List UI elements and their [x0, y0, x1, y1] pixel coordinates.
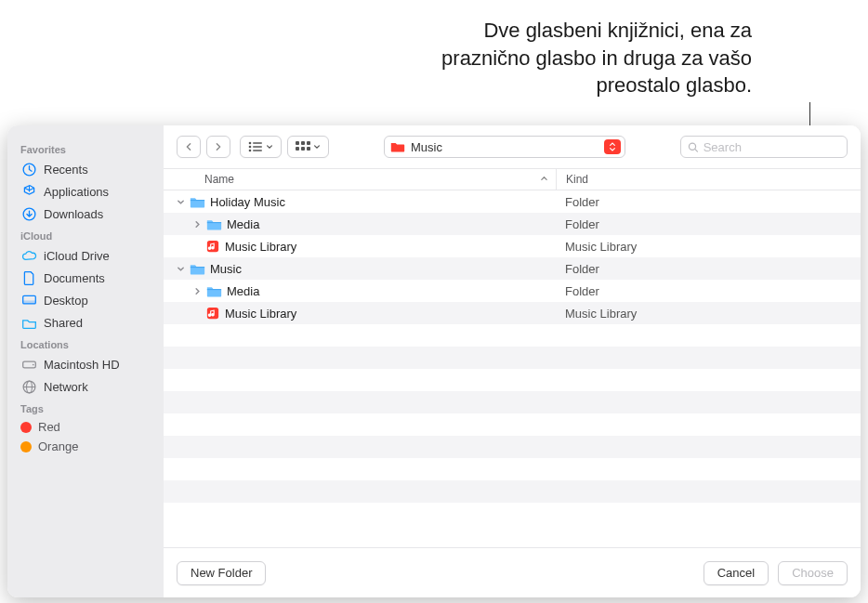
empty-row	[164, 480, 861, 503]
disclosure-triangle-icon[interactable]	[191, 287, 203, 295]
clock-icon	[20, 161, 37, 177]
folder-icon	[189, 194, 205, 209]
sidebar-item-label: Downloads	[44, 207, 103, 221]
file-kind-cell: Folder	[556, 217, 861, 231]
file-list[interactable]: Holiday MusicFolderMediaFolderMusic Libr…	[164, 190, 861, 547]
sidebar-item-label: Shared	[44, 316, 83, 330]
empty-row	[164, 347, 861, 369]
svg-rect-17	[307, 141, 310, 145]
view-group	[240, 136, 329, 158]
svg-rect-23	[207, 241, 218, 252]
choose-button[interactable]: Choose	[778, 561, 848, 585]
path-control[interactable]: Music	[384, 136, 625, 158]
sidebar-item-label: Macintosh HD	[44, 358, 120, 372]
sidebar-item-desktop[interactable]: Desktop	[15, 289, 156, 311]
column-header: Name Kind	[164, 168, 861, 190]
file-row[interactable]: Holiday MusicFolder	[164, 190, 861, 213]
file-name-cell: Holiday Music	[164, 194, 556, 209]
nav-group	[177, 136, 230, 158]
svg-rect-24	[207, 308, 218, 319]
tag-dot-icon	[20, 422, 32, 433]
tag-item-orange[interactable]: Orange	[15, 437, 156, 456]
sidebar-item-label: Network	[44, 380, 88, 394]
sidebar-section-header: Locations	[15, 334, 156, 353]
sidebar-item-documents[interactable]: Documents	[15, 267, 156, 289]
chevron-down-icon	[313, 143, 321, 151]
file-kind-cell: Music Library	[556, 240, 861, 254]
empty-row	[164, 413, 861, 436]
list-view-button[interactable]	[240, 136, 282, 158]
sidebar-item-label: Recents	[44, 163, 88, 177]
column-name-label: Name	[204, 173, 234, 186]
disk-icon	[20, 356, 37, 373]
back-button[interactable]	[177, 136, 201, 158]
file-name-cell: Music	[164, 261, 556, 276]
main-area: Music Name	[164, 125, 861, 597]
file-kind-cell: Folder	[556, 284, 861, 298]
tag-dot-icon	[20, 441, 32, 452]
file-name-label: Holiday Music	[210, 195, 285, 209]
file-row[interactable]: MediaFolder	[164, 280, 861, 302]
svg-line-22	[695, 149, 698, 151]
tag-label: Orange	[38, 439, 78, 453]
sidebar-item-applications[interactable]: Applications	[15, 180, 156, 203]
tag-item-red[interactable]: Red	[15, 417, 156, 437]
empty-row	[164, 324, 861, 347]
sidebar-section-header: iCloud	[15, 225, 156, 244]
svg-rect-20	[307, 147, 310, 151]
column-kind[interactable]: Kind	[556, 169, 861, 190]
sidebar-item-label: Documents	[44, 271, 105, 285]
column-name[interactable]: Name	[164, 173, 556, 186]
svg-rect-16	[301, 141, 305, 145]
svg-point-5	[32, 363, 33, 365]
apps-icon	[20, 183, 37, 200]
folder-icon	[189, 261, 205, 276]
file-kind-cell: Folder	[556, 262, 861, 276]
doc-icon	[20, 269, 37, 286]
sidebar-item-shared[interactable]: Shared	[15, 311, 156, 334]
sidebar-section-header: Tags	[15, 398, 156, 417]
svg-rect-19	[301, 147, 305, 151]
empty-row	[164, 436, 861, 458]
file-row[interactable]: Music LibraryMusic Library	[164, 302, 861, 324]
group-button[interactable]	[287, 136, 329, 158]
search-input[interactable]	[704, 140, 840, 154]
sidebar-item-downloads[interactable]: Downloads	[15, 203, 156, 225]
disclosure-triangle-icon[interactable]	[175, 198, 186, 206]
sidebar-item-network[interactable]: Network	[15, 375, 156, 398]
folder-icon	[205, 283, 222, 298]
open-dialog-window: FavoritesRecentsApplicationsDownloadsiCl…	[7, 125, 861, 597]
toolbar: Music	[164, 125, 861, 168]
file-row[interactable]: MusicFolder	[164, 257, 861, 280]
sidebar-item-icloud-drive[interactable]: iCloud Drive	[15, 244, 156, 267]
sidebar-item-label: Desktop	[44, 294, 88, 308]
path-label: Music	[411, 140, 442, 154]
updown-icon	[609, 142, 616, 151]
disclosure-triangle-icon[interactable]	[175, 265, 186, 273]
dialog-footer: New Folder Cancel Choose	[164, 547, 861, 597]
download-icon	[20, 205, 37, 222]
cancel-button[interactable]: Cancel	[704, 561, 769, 585]
tag-label: Red	[38, 420, 60, 434]
path-stepper[interactable]	[604, 139, 621, 154]
chevron-right-icon	[214, 142, 223, 151]
search-field[interactable]	[680, 136, 848, 158]
file-row[interactable]: Music LibraryMusic Library	[164, 235, 861, 257]
sidebar-item-label: Applications	[44, 185, 109, 199]
list-icon	[248, 141, 263, 152]
svg-rect-15	[296, 141, 299, 145]
svg-point-9	[249, 142, 252, 145]
new-folder-button[interactable]: New Folder	[177, 561, 266, 585]
cloud-icon	[20, 247, 37, 264]
disclosure-triangle-icon[interactable]	[191, 220, 203, 229]
sidebar-item-macintosh-hd[interactable]: Macintosh HD	[15, 353, 156, 375]
svg-rect-3	[22, 300, 35, 303]
sidebar-item-recents[interactable]: Recents	[15, 158, 156, 180]
file-kind-cell: Folder	[556, 195, 861, 209]
svg-rect-10	[253, 142, 262, 144]
file-row[interactable]: MediaFolder	[164, 213, 861, 235]
desktop-icon	[20, 292, 37, 308]
shared-icon	[20, 314, 37, 331]
forward-button[interactable]	[206, 136, 230, 158]
chevron-down-icon	[266, 143, 273, 151]
